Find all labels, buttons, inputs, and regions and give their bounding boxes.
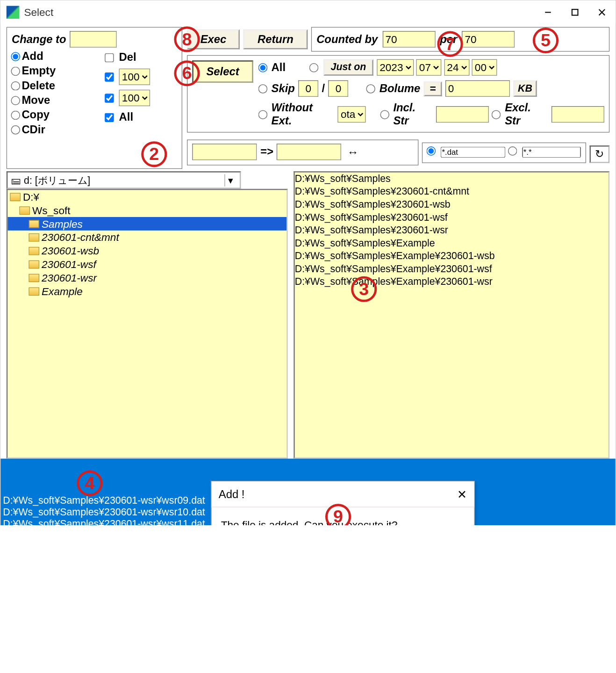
mask-all-input[interactable]: [522, 146, 580, 158]
folder-tree[interactable]: D:¥Ws_softSamples230601-cnt&mnt230601-ws…: [7, 189, 288, 459]
spin1-checkbox[interactable]: [105, 72, 114, 81]
minimize-button[interactable]: [535, 3, 562, 22]
mask-all[interactable]: [509, 147, 518, 158]
spin2-checkbox[interactable]: [105, 94, 114, 103]
all-chk-label: All: [119, 111, 133, 124]
select-button[interactable]: Select: [192, 60, 253, 83]
filter-excl[interactable]: Excl. Str: [493, 101, 548, 127]
year-select[interactable]: 2023: [377, 59, 414, 76]
bolume-unit[interactable]: KB: [513, 80, 537, 97]
bolume-input[interactable]: [445, 80, 510, 97]
path-item[interactable]: D:¥Ws_soft¥Samples: [295, 173, 609, 186]
return-button[interactable]: Return: [243, 29, 308, 50]
month-select[interactable]: 07: [416, 59, 442, 76]
spin1-combo[interactable]: 100: [119, 69, 150, 85]
hour-select[interactable]: 00: [472, 59, 497, 76]
rename-arrow: =>: [260, 145, 273, 159]
titlebar: Select: [0, 0, 615, 24]
del-checkbox[interactable]: [105, 53, 114, 62]
tree-node[interactable]: 230601-cnt&mnt: [7, 231, 287, 244]
add-dialog: Add ! ✕ 9 The file is added. Can you exe…: [211, 481, 474, 525]
incl-input[interactable]: [436, 106, 489, 123]
filter-just-on[interactable]: [310, 64, 320, 71]
drive-select[interactable]: 🖴 d: [ボリューム] ▾: [7, 171, 241, 189]
swap-icon[interactable]: ↔: [345, 145, 361, 159]
tree-node[interactable]: 230601-wsr: [7, 271, 287, 284]
maximize-button[interactable]: [561, 3, 588, 22]
op-copy[interactable]: Copy: [12, 109, 177, 122]
dialog-title: Add !: [219, 488, 245, 501]
day-select[interactable]: 24: [444, 59, 469, 76]
rename-from[interactable]: [192, 144, 257, 160]
op-add[interactable]: Add: [12, 50, 177, 63]
operation-group: Change to Add Empty Delete Move Copy CDi…: [7, 27, 182, 169]
exec-button[interactable]: Exec: [187, 29, 240, 50]
change-to-input[interactable]: [70, 31, 116, 47]
annotation-4: 4: [77, 470, 102, 496]
all-checkbox[interactable]: [105, 113, 114, 122]
change-to-label: Change to: [12, 33, 66, 46]
skip-a: 0: [298, 80, 318, 97]
path-item[interactable]: D:¥Ws_soft¥Samples¥230601-wsr: [295, 224, 609, 237]
close-button[interactable]: [588, 3, 616, 22]
filter-bolume[interactable]: Bolume: [367, 82, 420, 95]
op-delete[interactable]: Delete: [12, 79, 177, 92]
refresh-button[interactable]: ↻: [590, 145, 610, 163]
tree-node[interactable]: Ws_soft: [7, 203, 287, 217]
path-item[interactable]: D:¥Ws_soft¥Samples¥230601-wsb: [295, 198, 609, 211]
skip-b: 0: [329, 80, 349, 97]
del-label: Del: [119, 51, 136, 64]
without-ext-combo[interactable]: ota: [338, 106, 366, 123]
path-item[interactable]: D:¥Ws_soft¥Samples¥230601-wsf: [295, 211, 609, 224]
mask-dat[interactable]: [427, 147, 437, 158]
tree-node[interactable]: Samples: [7, 217, 287, 231]
tree-node[interactable]: Example: [7, 284, 287, 298]
app-icon: [7, 6, 20, 19]
filter-without-ext[interactable]: Without Ext.: [259, 101, 334, 127]
filter-skip[interactable]: Skip: [259, 82, 295, 95]
path-item[interactable]: D:¥Ws_soft¥Samples¥230601-cnt&mnt: [295, 185, 609, 198]
operation-radio-list: Add Empty Delete Move Copy CDir: [12, 50, 177, 136]
rename-to[interactable]: [277, 144, 341, 160]
excl-input[interactable]: [552, 106, 604, 123]
dialog-message: The file is added. Can you execute it?: [212, 507, 474, 525]
window-title: Select: [24, 6, 534, 18]
dialog-close-icon[interactable]: ✕: [457, 487, 467, 501]
per-input[interactable]: [462, 31, 515, 47]
filter-all[interactable]: All: [259, 61, 286, 74]
mask-dat-input[interactable]: [441, 146, 505, 158]
tree-node[interactable]: 230601-wsf: [7, 258, 287, 271]
counted-by-input[interactable]: [382, 31, 435, 47]
op-cdir[interactable]: CDir: [12, 123, 177, 136]
path-item[interactable]: D:¥Ws_soft¥Samples¥Example¥230601-wsr: [295, 275, 609, 289]
just-on-button[interactable]: Just on: [324, 59, 373, 76]
spin2-combo[interactable]: 100: [119, 90, 150, 106]
tree-node[interactable]: D:¥: [7, 190, 287, 203]
path-list[interactable]: D:¥Ws_soft¥SamplesD:¥Ws_soft¥Samples¥230…: [294, 171, 609, 458]
filter-incl[interactable]: Incl. Str: [381, 101, 433, 127]
op-empty[interactable]: Empty: [12, 65, 177, 78]
path-item[interactable]: D:¥Ws_soft¥Samples¥Example¥230601-wsf: [295, 263, 609, 276]
per-label: per: [440, 33, 457, 46]
op-move[interactable]: Move: [12, 94, 177, 107]
path-item[interactable]: D:¥Ws_soft¥Samples¥Example¥230601-wsb: [295, 250, 609, 263]
svg-rect-1: [572, 9, 578, 15]
bolume-eq[interactable]: =: [424, 81, 442, 96]
tree-node[interactable]: 230601-wsb: [7, 244, 287, 258]
path-item[interactable]: D:¥Ws_soft¥Samples¥Example: [295, 237, 609, 250]
counted-by-label: Counted by: [316, 33, 378, 46]
